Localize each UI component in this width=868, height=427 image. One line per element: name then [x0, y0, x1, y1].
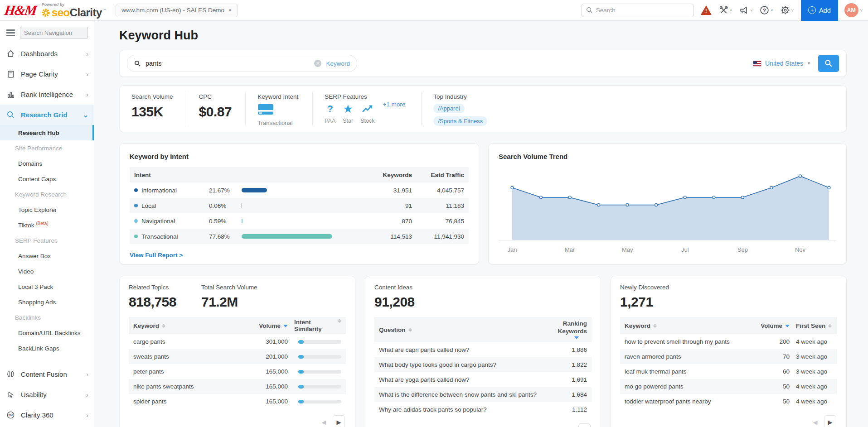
sidebar-item-analytics[interactable]: Analytics › — [0, 425, 94, 427]
announcements-menu[interactable]: ˅ — [739, 5, 752, 15]
hamburger-menu-icon[interactable] — [6, 29, 15, 36]
sidebar-item-backlink-gaps[interactable]: BackLink Gaps — [0, 341, 94, 356]
bar-chart-icon — [6, 90, 15, 99]
sidebar-item-clarity-360[interactable]: 360 Clarity 360 › — [0, 405, 94, 425]
table-row[interactable]: raven armored pants703 week ago — [620, 349, 837, 364]
serp-more-link[interactable]: +1 more — [383, 101, 405, 108]
table-row[interactable]: What is the difference between snow pant… — [374, 387, 592, 402]
sidebar-item-local-3-pack[interactable]: Local 3 Pack — [0, 279, 94, 294]
chevron-right-icon: › — [86, 50, 88, 58]
newly-discovered-metric: Newly Discovered 1,271 — [620, 284, 837, 310]
sidebar-item-label: Domains — [18, 160, 42, 167]
settings-menu[interactable]: ˅ — [781, 5, 794, 15]
view-full-report-link[interactable]: View Full Report > — [130, 252, 183, 259]
domain-selector[interactable]: www.hm.com (US-en) - SALES Demo ▼ — [116, 4, 238, 17]
table-row[interactable]: What body type looks good in cargo pants… — [374, 357, 592, 372]
sort-ranking-keywords[interactable]: RankingKeywords — [544, 320, 587, 340]
sort-volume[interactable]: Volume — [757, 322, 790, 329]
keyword-search-input[interactable] — [145, 60, 310, 67]
similarity-bar — [298, 355, 341, 359]
industry-pill[interactable]: /Apparel — [433, 104, 464, 113]
paa-question-icon: ? — [327, 104, 333, 115]
table-row[interactable]: toddler waterproof pants nearby504 week … — [620, 394, 837, 409]
next-page-button[interactable]: ▶ — [333, 415, 345, 427]
table-row[interactable]: leaf muk thermal pants603 week ago — [620, 364, 837, 379]
sidebar-item-domain-url-backlinks[interactable]: Domain/URL Backlinks — [0, 325, 94, 341]
cursor-icon — [6, 390, 15, 399]
top-bar: H&M Powered by seoClarity™ www.hm.com (U… — [0, 0, 868, 21]
similarity-bar — [298, 400, 341, 403]
sidebar-item-usability[interactable]: Usability › — [0, 384, 94, 405]
global-search[interactable] — [582, 4, 693, 17]
sidebar-item-label: Content Gaps — [18, 176, 56, 182]
alert-warning-icon[interactable]: ! — [701, 5, 712, 15]
serp-feature-paa[interactable]: ? PAA — [325, 104, 335, 124]
sidebar-item-dashboards[interactable]: Dashboards › — [0, 43, 94, 64]
table-row[interactable]: Why are adidas track pants so popular?1,… — [374, 402, 592, 417]
table-row[interactable]: What are yoga pants called now?1,691 — [374, 372, 592, 387]
beta-badge: (Beta) — [36, 221, 48, 226]
table-row[interactable]: spider pants165,000 — [129, 394, 346, 409]
sidebar-item-label: Shopping Ads — [18, 299, 56, 306]
country-selector[interactable]: United States ▼ — [753, 60, 811, 67]
related-topics-metric: Related Topics 818,758 — [129, 284, 176, 310]
sidebar-item-rank-intelligence[interactable]: Rank Intelligence › — [0, 84, 94, 105]
table-row[interactable]: What are capri pants called now?1,886 — [374, 342, 592, 357]
global-search-input[interactable] — [596, 7, 687, 14]
prev-page-button[interactable]: ◀ — [318, 415, 330, 427]
table-row[interactable]: mo go powered pants504 week ago — [620, 379, 837, 394]
keyword-search-input-wrap[interactable]: ✕ Keyword — [127, 55, 357, 72]
clarity-360-icon: 360 — [6, 411, 15, 419]
industry-pill[interactable]: /Sports & Fitness — [433, 116, 487, 126]
tools-menu[interactable]: ˅ — [719, 5, 732, 15]
help-menu[interactable]: ? ˅ — [760, 5, 773, 15]
chevron-right-icon: › — [86, 370, 88, 378]
sidebar-item-tiktok[interactable]: Tiktok(Beta) — [0, 217, 94, 233]
sidebar-item-research-hub[interactable]: Research Hub — [0, 125, 94, 140]
stat-keyword-intent: Keyword Intent Transactional — [246, 92, 313, 125]
sidebar-item-content-gaps[interactable]: Content Gaps — [0, 171, 94, 187]
search-submit-button[interactable] — [818, 55, 839, 72]
brand-tm: ™ — [102, 9, 106, 12]
help-icon: ? — [760, 5, 769, 15]
sidebar-item-domains[interactable]: Domains — [0, 156, 94, 171]
table-row[interactable]: nike pants sweatpants165,000 — [129, 379, 346, 394]
intent-row-local: Local 0.06% 91 11,183 — [130, 198, 469, 213]
prev-page-button[interactable]: ◀ — [563, 423, 576, 427]
serp-feature-star[interactable]: ★ Star — [343, 104, 353, 124]
sort-volume[interactable]: Volume — [252, 322, 288, 329]
prev-page-button[interactable]: ◀ — [809, 415, 821, 427]
star-icon: ★ — [344, 104, 353, 115]
sort-keyword[interactable]: Keyword — [625, 322, 757, 329]
sidebar-item-research-grid[interactable]: Research Grid ⌄ — [0, 105, 94, 125]
next-page-button[interactable]: ▶ — [824, 415, 836, 427]
sidebar-search-input[interactable] — [20, 27, 88, 39]
next-page-button[interactable]: ▶ — [578, 423, 591, 427]
sidebar-item-content-fusion[interactable]: Content Fusion › — [0, 364, 94, 384]
serp-feature-label: Stock — [360, 118, 374, 124]
search-icon — [6, 110, 15, 119]
sidebar-item-page-clarity[interactable]: Page Clarity › — [0, 64, 94, 84]
stat-label: CPC — [199, 93, 232, 100]
sort-similarity[interactable]: Intent Similarity — [288, 319, 341, 332]
svg-text:360: 360 — [9, 414, 14, 417]
serp-feature-stock[interactable]: Stock — [360, 104, 374, 124]
sidebar-item-video[interactable]: Video — [0, 264, 94, 279]
serp-feature-label: Star — [343, 118, 353, 124]
sort-keyword[interactable]: Keyword — [133, 322, 252, 329]
sort-icon — [653, 324, 657, 328]
sidebar-item-shopping-ads[interactable]: Shopping Ads — [0, 294, 94, 310]
plus-icon: + — [808, 6, 816, 14]
add-button[interactable]: + Add — [801, 0, 838, 21]
sidebar-item-topic-explorer[interactable]: Topic Explorer — [0, 202, 94, 217]
table-row[interactable]: how to prevent smell through my pants200… — [620, 334, 837, 349]
sort-first-seen[interactable]: First Seen — [790, 322, 833, 329]
user-menu[interactable]: AM ˅ — [844, 3, 863, 17]
table-row[interactable]: sweats pants201,000 — [129, 349, 346, 364]
table-row[interactable]: cargo pants301,000 — [129, 334, 346, 349]
sidebar-section-keyword-research: Keyword Research — [0, 187, 94, 202]
clear-tag-icon[interactable]: ✕ — [314, 60, 321, 67]
table-row[interactable]: peter pants165,000 — [129, 364, 346, 379]
sort-question[interactable]: Question — [379, 326, 544, 333]
sidebar-item-answer-box[interactable]: Answer Box — [0, 248, 94, 264]
